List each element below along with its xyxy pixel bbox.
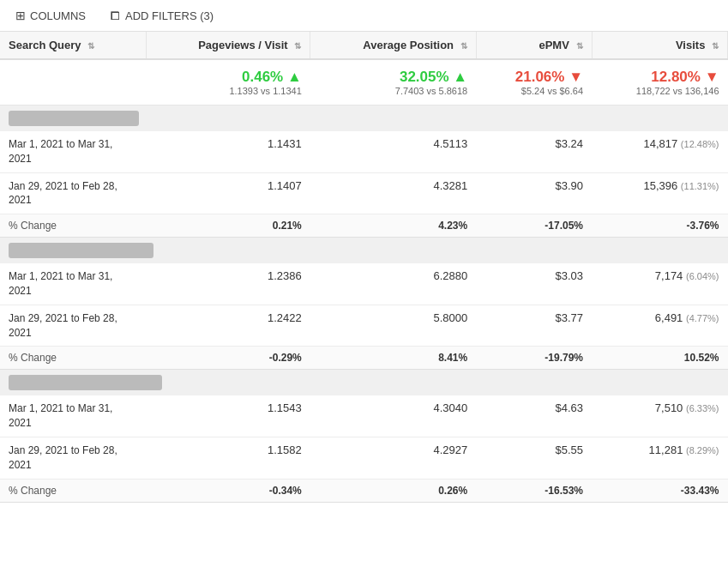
epmv-cell-g1-r2: $3.90 — [476, 172, 592, 214]
summary-epmv-pct: 21.06% — [484, 69, 583, 86]
sort-icon-pageviews: ⇅ — [294, 41, 301, 51]
visits-change-g1: -3.76% — [592, 214, 728, 238]
pageviews-cell-g3-r2: 1.1582 — [146, 437, 310, 479]
pageviews-cell-g3-r1: 1.1543 — [146, 395, 310, 437]
period-cell-g2-r2: Jan 29, 2021 to Feb 28, 2021 — [0, 305, 146, 347]
filter-icon: ⧠ — [110, 9, 121, 22]
col-epmv[interactable]: ePMV ⇅ — [476, 32, 592, 59]
visits-cell-g2-r1: 7,174 (6.04%) — [592, 263, 728, 305]
epmv-cell-g1-r1: $3.24 — [476, 131, 592, 172]
table-row: Mar 1, 2021 to Mar 31, 20211.23866.2880$… — [0, 263, 728, 305]
change-row-g2: % Change-0.29%8.41%-19.79%10.52% — [0, 347, 728, 370]
epmv-cell-g3-r2: $5.55 — [476, 437, 592, 479]
epmv-cell-g2-r2: $3.77 — [476, 305, 592, 347]
group-label-3: ········································… — [9, 375, 162, 390]
epmv-change-g3: -16.53% — [476, 479, 592, 502]
epmv-cell-g3-r1: $4.63 — [476, 395, 592, 437]
period-cell-g3-r2: Jan 29, 2021 to Feb 28, 2021 — [0, 437, 146, 479]
group-header-2: ········································… — [0, 238, 728, 264]
avg-pos-cell-g3-r2: 4.2927 — [310, 437, 476, 479]
data-table-wrap: Search Query ⇅ Pageviews / Visit ⇅ Avera… — [0, 32, 728, 503]
avg-pos-cell-g2-r2: 5.8000 — [310, 305, 476, 347]
col-avg-position[interactable]: Average Position ⇅ — [310, 32, 476, 59]
group-header-1: ········································… — [0, 106, 728, 132]
summary-avg-pos-pct: 32.05% — [319, 69, 467, 86]
toolbar: ⊞ COLUMNS ⧠ ADD FILTERS (3) — [0, 0, 728, 32]
table-row: Jan 29, 2021 to Feb 28, 20211.24225.8000… — [0, 305, 728, 347]
period-cell-g1-r1: Mar 1, 2021 to Mar 31, 2021 — [0, 131, 146, 172]
change-row-g3: % Change-0.34%0.26%-16.53%-33.43% — [0, 479, 728, 502]
avg-pos-change-g2: 8.41% — [310, 347, 476, 370]
summary-epmv: 21.06% $5.24 vs $6.64 — [476, 59, 592, 106]
avg-pos-change-g3: 0.26% — [310, 479, 476, 502]
visits-cell-g1-r1: 14,817 (12.48%) — [592, 131, 728, 172]
avg-pos-cell-g1-r1: 4.5113 — [310, 131, 476, 172]
summary-visits: 12.80% 118,722 vs 136,146 — [592, 59, 728, 106]
group-header-3: ········································… — [0, 370, 728, 396]
pageviews-cell-g2-r2: 1.2422 — [146, 305, 310, 347]
visits-cell-g2-r2: 6,491 (4.77%) — [592, 305, 728, 347]
pageviews-cell-g2-r1: 1.2386 — [146, 263, 310, 305]
avg-pos-cell-g1-r2: 4.3281 — [310, 172, 476, 214]
avg-pos-change-g1: 4.23% — [310, 214, 476, 238]
pageviews-change-g2: -0.29% — [146, 347, 310, 370]
table-row: Jan 29, 2021 to Feb 28, 20211.15824.2927… — [0, 437, 728, 479]
summary-visits-pct: 12.80% — [600, 69, 719, 86]
filters-label: ADD FILTERS (3) — [125, 9, 214, 22]
pageviews-change-g1: 0.21% — [146, 214, 310, 238]
pageviews-cell-g1-r2: 1.1407 — [146, 172, 310, 214]
pageviews-cell-g1-r1: 1.1431 — [146, 131, 310, 172]
sort-icon-visits: ⇅ — [712, 41, 719, 51]
period-cell-g3-r1: Mar 1, 2021 to Mar 31, 2021 — [0, 395, 146, 437]
epmv-change-g1: -17.05% — [476, 214, 592, 238]
summary-avg-pos-sub: 7.7403 vs 5.8618 — [319, 86, 467, 96]
visits-change-g2: 10.52% — [592, 347, 728, 370]
table-header-row: Search Query ⇅ Pageviews / Visit ⇅ Avera… — [0, 32, 728, 59]
pageviews-change-g3: -0.34% — [146, 479, 310, 502]
avg-pos-cell-g3-r1: 4.3040 — [310, 395, 476, 437]
period-cell-g2-r1: Mar 1, 2021 to Mar 31, 2021 — [0, 263, 146, 305]
sort-icon-avg-pos: ⇅ — [460, 41, 467, 51]
visits-cell-g1-r2: 15,396 (11.31%) — [592, 172, 728, 214]
col-search-query[interactable]: Search Query ⇅ — [0, 32, 146, 59]
summary-avg-pos: 32.05% 7.7403 vs 5.8618 — [310, 59, 476, 106]
change-label-g3: % Change — [0, 479, 146, 502]
epmv-cell-g2-r1: $3.03 — [476, 263, 592, 305]
visits-cell-g3-r2: 11,281 (8.29%) — [592, 437, 728, 479]
col-visits[interactable]: Visits ⇅ — [592, 32, 728, 59]
table-row: Mar 1, 2021 to Mar 31, 20211.15434.3040$… — [0, 395, 728, 437]
summary-pageviews: 0.46% 1.1393 vs 1.1341 — [146, 59, 310, 106]
summary-row: 0.46% 1.1393 vs 1.1341 32.05% 7.7403 vs … — [0, 59, 728, 106]
summary-pageviews-pct: 0.46% — [154, 69, 302, 86]
change-label-g2: % Change — [0, 347, 146, 370]
col-pageviews[interactable]: Pageviews / Visit ⇅ — [146, 32, 310, 59]
columns-label: COLUMNS — [30, 9, 86, 22]
epmv-change-g2: -19.79% — [476, 347, 592, 370]
sort-icon-epmv: ⇅ — [576, 41, 583, 51]
columns-button[interactable]: ⊞ COLUMNS — [10, 5, 91, 26]
summary-epmv-sub: $5.24 vs $6.64 — [484, 86, 583, 96]
summary-pageviews-sub: 1.1393 vs 1.1341 — [154, 86, 302, 96]
columns-icon: ⊞ — [15, 9, 26, 22]
data-table: Search Query ⇅ Pageviews / Visit ⇅ Avera… — [0, 32, 728, 503]
sort-icon-query: ⇅ — [87, 41, 94, 51]
change-row-g1: % Change0.21%4.23%-17.05%-3.76% — [0, 214, 728, 238]
visits-change-g3: -33.43% — [592, 479, 728, 502]
visits-cell-g3-r1: 7,510 (6.33%) — [592, 395, 728, 437]
period-cell-g1-r2: Jan 29, 2021 to Feb 28, 2021 — [0, 172, 146, 214]
group-label-2: ········································… — [9, 243, 153, 258]
table-row: Mar 1, 2021 to Mar 31, 20211.14314.5113$… — [0, 131, 728, 172]
group-label-1: ········································… — [9, 111, 139, 126]
change-label-g1: % Change — [0, 214, 146, 238]
filters-button[interactable]: ⧠ ADD FILTERS (3) — [105, 6, 219, 26]
table-row: Jan 29, 2021 to Feb 28, 20211.14074.3281… — [0, 172, 728, 214]
avg-pos-cell-g2-r1: 6.2880 — [310, 263, 476, 305]
summary-visits-sub: 118,722 vs 136,146 — [600, 86, 719, 96]
summary-query-cell — [0, 59, 146, 106]
